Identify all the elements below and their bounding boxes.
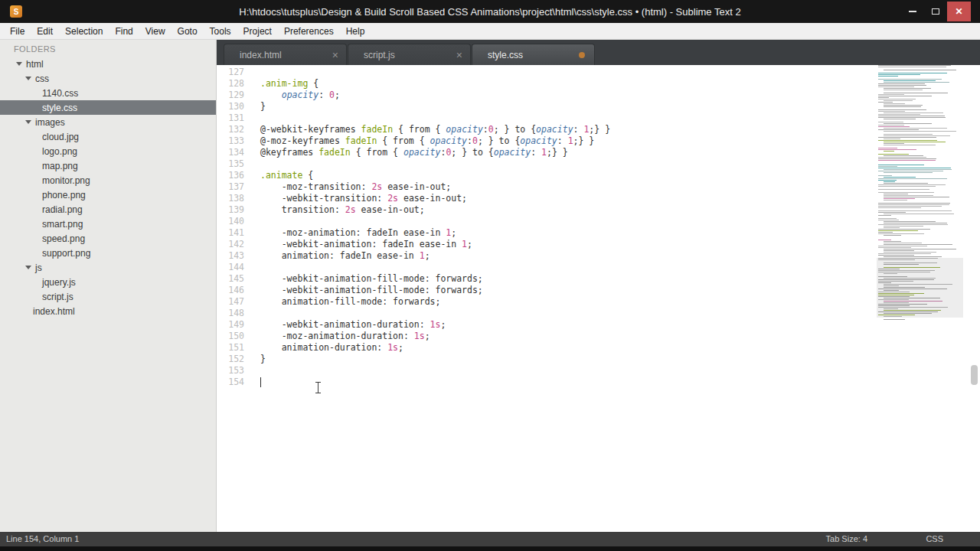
sidebar-item-phone-png[interactable]: phone.png <box>0 187 216 202</box>
code-text <box>244 216 260 227</box>
minimap-line <box>877 172 963 173</box>
minimap-line <box>877 135 963 136</box>
menu-item-find[interactable]: Find <box>109 23 139 39</box>
code-line-134[interactable]: 134@keyframes fadeIn { from { opacity:0;… <box>217 147 610 158</box>
menu-item-project[interactable]: Project <box>237 23 278 39</box>
sidebar-item-images[interactable]: images <box>0 115 216 129</box>
vertical-scrollbar-thumb[interactable] <box>971 365 978 385</box>
minimap-line <box>877 224 963 225</box>
code-line-129[interactable]: 129 opacity: 0; <box>217 90 610 101</box>
minimap-viewport[interactable] <box>877 258 963 318</box>
sidebar-item-support-png[interactable]: support.png <box>0 246 216 260</box>
line-number: 140 <box>217 216 244 227</box>
sidebar-item-css[interactable]: css <box>0 71 216 86</box>
code-line-130[interactable]: 130} <box>217 101 610 112</box>
menu-item-edit[interactable]: Edit <box>31 23 59 39</box>
menu-item-selection[interactable]: Selection <box>59 23 109 39</box>
disclosure-triangle-icon[interactable] <box>25 266 31 269</box>
code-line-135[interactable]: 135 <box>217 158 610 170</box>
minimap-line <box>877 93 963 93</box>
code-line-144[interactable]: 144 <box>217 262 610 273</box>
sidebar-item-style-css[interactable]: style.css <box>0 100 216 115</box>
menu-item-preferences[interactable]: Preferences <box>278 23 340 39</box>
minimap-line <box>877 169 963 170</box>
code-line-131[interactable]: 131 <box>217 112 610 124</box>
code-line-139[interactable]: 139 transition: 2s ease-in-out; <box>217 204 610 216</box>
sidebar-item-index-html[interactable]: index.html <box>0 304 216 318</box>
tab-size-indicator[interactable]: Tab Size: 4 <box>826 534 867 543</box>
disclosure-triangle-icon[interactable] <box>16 62 22 66</box>
menu-item-goto[interactable]: Goto <box>172 23 204 39</box>
syntax-indicator[interactable]: CSS <box>926 534 943 543</box>
code-line-151[interactable]: 151 animation-duration: 1s; <box>217 342 610 354</box>
tab-style-css[interactable]: style.css <box>472 44 595 65</box>
line-number: 131 <box>217 112 244 124</box>
folder-tree: htmlcss1140.cssstyle.cssimagescloud.jpgl… <box>0 57 216 318</box>
minimap-line <box>877 209 963 210</box>
minimize-button[interactable] <box>901 0 924 23</box>
menu-item-help[interactable]: Help <box>340 23 371 39</box>
code-line-146[interactable]: 146 -webkit-animation-fill-mode: forward… <box>217 285 610 296</box>
sidebar-item-label: style.css <box>42 103 77 113</box>
code-line-140[interactable]: 140 <box>217 216 610 227</box>
minimap-line <box>877 83 963 84</box>
code-line-153[interactable]: 153 <box>217 365 610 377</box>
minimap-line <box>877 253 963 254</box>
sidebar-item-jquery-js[interactable]: jquery.js <box>0 275 216 289</box>
minimap-line <box>877 198 963 199</box>
sidebar-item-1140-css[interactable]: 1140.css <box>0 86 216 100</box>
menu-item-file[interactable]: File <box>4 23 31 39</box>
tab-close-icon[interactable]: × <box>456 50 462 60</box>
minimap[interactable] <box>877 65 963 371</box>
code-line-147[interactable]: 147 animation-fill-mode: forwards; <box>217 296 610 308</box>
sidebar-item-smart-png[interactable]: smart.png <box>0 217 216 231</box>
code-line-136[interactable]: 136.animate { <box>217 170 610 181</box>
menu-bar: FileEditSelectionFindViewGotoToolsProjec… <box>0 23 980 40</box>
tab-close-icon[interactable]: × <box>332 50 338 60</box>
maximize-button[interactable] <box>924 0 947 23</box>
sidebar-item-html[interactable]: html <box>0 57 216 71</box>
code-line-148[interactable]: 148 <box>217 308 610 319</box>
sidebar-item-js[interactable]: js <box>0 260 216 275</box>
code-line-141[interactable]: 141 -moz-animation: fadeIn ease-in 1; <box>217 227 610 239</box>
menu-item-view[interactable]: View <box>139 23 172 39</box>
disclosure-triangle-icon[interactable] <box>25 120 31 124</box>
code-line-149[interactable]: 149 -webkit-animation-duration: 1s; <box>217 319 610 331</box>
code-line-150[interactable]: 150 -moz-animation-duration: 1s; <box>217 331 610 342</box>
code-line-132[interactable]: 132@-webkit-keyframes fadeIn { from { op… <box>217 124 610 135</box>
code-editor[interactable]: 127128.anim-img {129 opacity: 0;130}1311… <box>217 65 980 532</box>
minimap-line <box>877 106 963 107</box>
sidebar-item-logo-png[interactable]: logo.png <box>0 144 216 158</box>
code-line-142[interactable]: 142 -webkit-animation: fadeIn ease-in 1; <box>217 239 610 250</box>
code-line-138[interactable]: 138 -webkit-transition: 2s ease-in-out; <box>217 193 610 204</box>
minimap-line <box>877 109 963 110</box>
code-line-137[interactable]: 137 -moz-transition: 2s ease-in-out; <box>217 181 610 193</box>
code-line-154[interactable]: 154 <box>217 377 610 388</box>
sidebar-item-script-js[interactable]: script.js <box>0 289 216 304</box>
sidebar-item-radial-png[interactable]: radial.png <box>0 202 216 217</box>
code-line-143[interactable]: 143 animation: fadeIn ease-in 1; <box>217 250 610 262</box>
code-text: -moz-animation-duration: 1s; <box>244 331 430 342</box>
code-line-133[interactable]: 133@-moz-keyframes fadeIn { from { opaci… <box>217 135 610 147</box>
code-line-145[interactable]: 145 -webkit-animation-fill-mode: forward… <box>217 273 610 285</box>
line-number: 129 <box>217 90 244 101</box>
minimap-line <box>877 240 963 240</box>
sidebar-item-map-png[interactable]: map.png <box>0 158 216 173</box>
sidebar-item-speed-png[interactable]: speed.png <box>0 231 216 246</box>
menu-item-tools[interactable]: Tools <box>204 23 237 39</box>
minimap-line <box>877 91 963 92</box>
minimap-line <box>877 227 963 228</box>
minimap-line <box>877 184 963 185</box>
sidebar-item-cloud-jpg[interactable]: cloud.jpg <box>0 129 216 144</box>
code-line-152[interactable]: 152} <box>217 354 610 365</box>
sidebar-item-monitor-png[interactable]: monitor.png <box>0 173 216 187</box>
tab-script-js[interactable]: script.js× <box>348 44 471 65</box>
minimap-line <box>877 192 963 193</box>
minimap-line <box>877 157 963 158</box>
tab-index-html[interactable]: index.html× <box>224 44 347 65</box>
close-button[interactable]: ✕ <box>947 2 971 21</box>
code-line-127[interactable]: 127 <box>217 67 610 78</box>
sidebar: FOLDERS htmlcss1140.cssstyle.cssimagescl… <box>0 40 217 532</box>
disclosure-triangle-icon[interactable] <box>25 77 31 80</box>
code-line-128[interactable]: 128.anim-img { <box>217 78 610 90</box>
